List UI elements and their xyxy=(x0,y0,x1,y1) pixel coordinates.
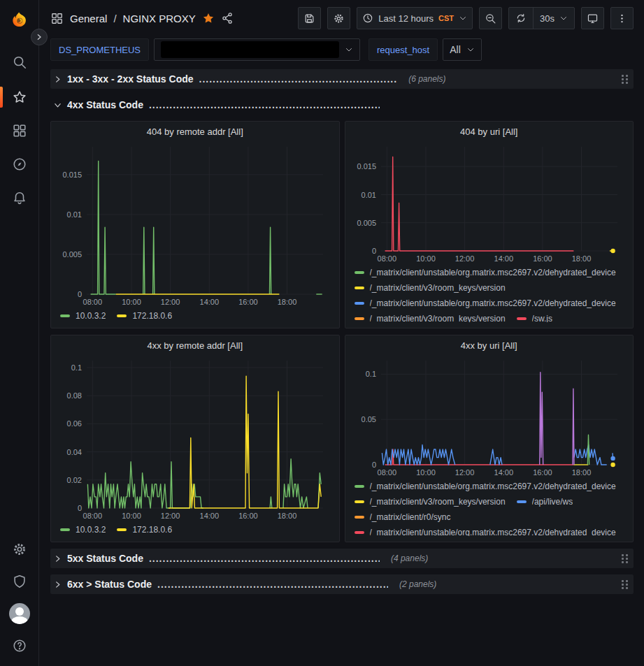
row-header-5xx[interactable]: 5xx Status Code ........................… xyxy=(50,549,634,568)
panel-grid-row-1: 404 by remote addr [All] 00.0050.010.015… xyxy=(50,121,634,328)
row-drag-handle[interactable] xyxy=(622,554,628,563)
sidebar-item-help[interactable] xyxy=(0,630,38,662)
x-tick-label: 10:00 xyxy=(122,512,141,520)
panel-title[interactable]: 4xx by uri [All] xyxy=(352,335,627,355)
row-header-6xx[interactable]: 6xx > Status Code ......................… xyxy=(50,574,634,594)
favorite-star-icon[interactable] xyxy=(202,12,215,24)
sidebar-item-search[interactable] xyxy=(0,46,38,78)
sidebar-item-starred[interactable] xyxy=(0,81,38,113)
request-host-select[interactable]: All xyxy=(443,38,482,61)
x-tick-label: 16:00 xyxy=(238,512,258,520)
sidebar-item-configuration[interactable] xyxy=(0,533,38,565)
sidebar-item-dashboards[interactable] xyxy=(0,115,38,147)
legend-item[interactable]: /_matrix/client/v3/room_keys/version xyxy=(355,281,506,295)
time-range-picker[interactable]: Last 12 hours CST xyxy=(357,7,473,29)
breadcrumb-section[interactable]: General xyxy=(70,13,107,24)
help-icon xyxy=(12,638,27,653)
zoom-out-time-button[interactable] xyxy=(479,7,502,29)
y-tick-label: 0.1 xyxy=(365,370,375,378)
timeseries-chart[interactable]: 00.0050.010.01508:0010:0012:0014:0016:00… xyxy=(57,141,333,309)
y-tick-label: 0.015 xyxy=(62,171,82,179)
x-tick-label: 12:00 xyxy=(455,254,474,263)
y-tick-label: 0 xyxy=(78,290,82,298)
legend-item[interactable]: /_matrix/client/r0/sync xyxy=(355,510,451,524)
search-icon xyxy=(12,55,27,70)
chevron-right-icon xyxy=(36,34,43,41)
chart-canvas: 00.0050.010.01508:0010:0012:0014:0016:00… xyxy=(57,141,333,309)
x-tick-label: 12:00 xyxy=(161,512,180,520)
row-title: 4xx Status Code xyxy=(67,99,143,110)
legend-swatch xyxy=(355,531,364,534)
redacted-value xyxy=(161,41,339,58)
legend-item[interactable]: /_matrix/client/unstable/org.matrix.msc2… xyxy=(355,479,616,493)
panel-title[interactable]: 404 by remote addr [All] xyxy=(57,122,333,141)
row-header-1xx[interactable]: 1xx - 3xx - 2xx Status Code ............… xyxy=(50,69,634,89)
legend-swatch xyxy=(355,500,364,503)
row-header-4xx[interactable]: 4xx Status Code ........................… xyxy=(50,95,634,115)
panel-4xx-by-uri: 4xx by uri [All] 00.050.108:0010:0012:00… xyxy=(345,335,634,542)
timeseries-chart[interactable]: 00.050.108:0010:0012:0014:0016:0018:00 xyxy=(352,355,627,479)
sidebar-item-explore[interactable] xyxy=(0,148,38,180)
chevron-down-icon xyxy=(459,14,467,22)
row-drag-handle[interactable] xyxy=(622,75,628,84)
row-panel-count: (2 panels) xyxy=(399,579,436,589)
chart-canvas: 00.020.040.060.080.108:0010:0012:0014:00… xyxy=(57,355,333,523)
x-tick-label: 10:00 xyxy=(416,468,436,477)
timezone-label: CST xyxy=(438,14,454,22)
legend-item[interactable]: 10.0.3.2 xyxy=(60,523,106,537)
legend-swatch xyxy=(355,516,364,519)
row-leader-dots: ........................................… xyxy=(149,553,380,564)
legend-item[interactable]: 172.18.0.6 xyxy=(117,309,172,323)
panel-title[interactable]: 4xx by remote addr [All] xyxy=(57,335,333,355)
series-line xyxy=(143,227,145,294)
y-tick-label: 0.02 xyxy=(67,476,82,484)
series-end-dot xyxy=(610,249,615,253)
sidebar-item-profile[interactable] xyxy=(0,598,38,630)
sidebar-item-server-admin[interactable] xyxy=(0,565,38,598)
chevron-down-icon xyxy=(54,101,62,109)
x-tick-label: 14:00 xyxy=(200,298,220,306)
legend-swatch xyxy=(517,500,527,503)
chevron-right-icon xyxy=(54,581,62,588)
y-tick-label: 0.015 xyxy=(357,162,376,171)
dashboard-toolbar: Last 12 hours CST 30s xyxy=(298,7,634,29)
panel-404-by-uri: 404 by uri [All] 00.0050.010.01508:0010:… xyxy=(345,121,634,328)
series-line xyxy=(587,435,589,465)
save-dashboard-button[interactable] xyxy=(298,7,321,29)
legend-item[interactable]: /sw.js xyxy=(517,312,552,322)
legend-item[interactable]: /_matrix/client/unstable/org.matrix.msc2… xyxy=(355,526,616,536)
legend-item[interactable]: 172.18.0.6 xyxy=(117,523,172,537)
refresh-interval-dropdown[interactable]: 30s xyxy=(533,8,574,29)
legend-label: 10.0.3.2 xyxy=(76,311,106,321)
legend-item[interactable]: 10.0.3.2 xyxy=(60,309,106,323)
clock-icon xyxy=(362,13,373,24)
legend-label: /_matrix/client/unstable/org.matrix.msc2… xyxy=(370,268,616,277)
shield-icon xyxy=(12,574,27,589)
dashboard-title[interactable]: NGINX PROXY xyxy=(123,13,196,24)
cycle-view-mode-button[interactable] xyxy=(581,7,604,29)
x-tick-label: 18:00 xyxy=(278,512,297,520)
series-line xyxy=(91,161,116,295)
y-tick-label: 0.005 xyxy=(62,250,82,259)
y-tick-label: 0.005 xyxy=(357,219,376,227)
datasource-select[interactable] xyxy=(154,38,360,61)
timeseries-chart[interactable]: 00.0050.010.01508:0010:0012:0014:0016:00… xyxy=(352,141,627,266)
variable-request-host: request_host All xyxy=(368,38,482,61)
share-icon[interactable] xyxy=(221,12,234,24)
legend-item[interactable]: /api/live/ws xyxy=(517,495,573,509)
refresh-button[interactable] xyxy=(509,8,533,29)
sidebar-expand-button[interactable] xyxy=(31,29,48,45)
x-tick-label: 14:00 xyxy=(494,468,513,477)
legend-item[interactable]: /_matrix/client/unstable/org.matrix.msc2… xyxy=(355,296,616,310)
panel-title[interactable]: 404 by uri [All] xyxy=(352,122,627,141)
legend-item[interactable]: /_matrix/client/v3/room_keys/version xyxy=(355,495,506,509)
dashboard-settings-button[interactable] xyxy=(327,7,350,29)
more-options-button[interactable] xyxy=(610,7,634,29)
variable-ds-prometheus: DS_PROMETHEUS xyxy=(50,38,360,61)
timeseries-chart[interactable]: 00.020.040.060.080.108:0010:0012:0014:00… xyxy=(57,355,333,523)
legend-item[interactable]: /_matrix/client/unstable/org.matrix.msc2… xyxy=(355,266,616,280)
sidebar-item-alerting[interactable] xyxy=(0,182,38,214)
row-drag-handle[interactable] xyxy=(622,580,628,589)
x-tick-label: 16:00 xyxy=(533,468,552,477)
legend-item[interactable]: /_matrix/client/v3/room_keys/version xyxy=(355,312,506,322)
